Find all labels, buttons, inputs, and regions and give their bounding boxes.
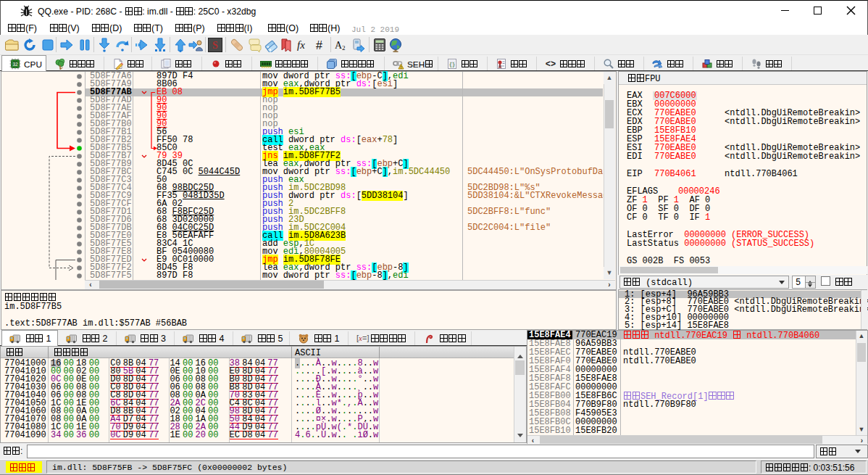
svg-text:{}: {} xyxy=(449,62,455,67)
svg-text:#: # xyxy=(316,39,322,51)
svg-text:32: 32 xyxy=(12,62,18,67)
svg-text:<>: <> xyxy=(546,59,556,70)
svg-text:fx: fx xyxy=(297,39,305,51)
svg-text:2: 2 xyxy=(342,44,346,51)
svg-text:!: ! xyxy=(401,65,402,70)
svg-text:S: S xyxy=(212,40,218,51)
